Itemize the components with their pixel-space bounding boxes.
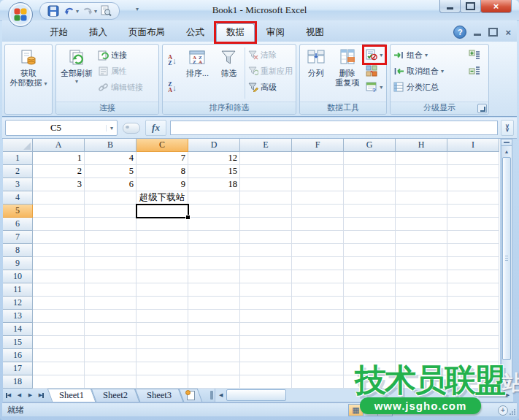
cell-C11[interactable] xyxy=(137,283,188,297)
cell-A17[interactable] xyxy=(33,362,85,375)
cell-I12[interactable] xyxy=(447,297,499,310)
cell-A6[interactable] xyxy=(33,218,85,231)
cell-E5[interactable] xyxy=(240,205,292,218)
first-sheet-button[interactable]: ◀ xyxy=(3,389,14,402)
horizontal-scrollbar[interactable]: ◀ ▶ xyxy=(215,389,513,402)
cell-A9[interactable] xyxy=(33,257,85,270)
cell-D18[interactable] xyxy=(188,375,240,389)
cell-F2[interactable] xyxy=(292,165,344,178)
cell-F18[interactable] xyxy=(292,375,344,389)
cell-C5[interactable] xyxy=(137,205,188,218)
subtotal-button[interactable]: 分类汇总 xyxy=(392,79,465,95)
cell-C10[interactable] xyxy=(137,270,188,283)
row-header-15[interactable]: 15 xyxy=(3,336,33,349)
cell-A8[interactable] xyxy=(33,244,85,257)
cell-F15[interactable] xyxy=(292,336,344,349)
row-header-14[interactable]: 14 xyxy=(3,323,33,336)
cell-I6[interactable] xyxy=(447,218,499,231)
column-header-F[interactable]: F xyxy=(292,139,344,152)
cell-G10[interactable] xyxy=(344,270,396,283)
cell-I4[interactable] xyxy=(447,191,499,205)
cell-B11[interactable] xyxy=(85,283,137,297)
qat-customize-button[interactable]: ▾ xyxy=(136,6,139,12)
cell-C13[interactable] xyxy=(137,310,188,323)
cell-A12[interactable] xyxy=(33,297,85,310)
vertical-split-handle[interactable] xyxy=(501,140,512,146)
cell-E3[interactable] xyxy=(240,178,292,191)
cell-B3[interactable]: 6 xyxy=(85,178,137,191)
cell-D3[interactable]: 18 xyxy=(188,178,240,191)
cell-G13[interactable] xyxy=(344,310,396,323)
remove-duplicates-button[interactable]: 删除 重复项 xyxy=(331,45,364,101)
data-validation-button[interactable]: ▾ xyxy=(364,47,385,63)
row-header-17[interactable]: 17 xyxy=(3,362,33,375)
cell-B12[interactable] xyxy=(85,297,137,310)
cell-A1[interactable]: 1 xyxy=(33,152,85,165)
cell-C12[interactable] xyxy=(137,297,188,310)
cell-A7[interactable] xyxy=(33,231,85,244)
cell-D7[interactable] xyxy=(188,231,240,244)
cell-I15[interactable] xyxy=(447,336,499,349)
cell-E11[interactable] xyxy=(240,283,292,297)
cell-H7[interactable] xyxy=(396,231,447,244)
properties-button[interactable]: 属性 xyxy=(96,63,145,79)
row-header-6[interactable]: 6 xyxy=(3,218,33,231)
cell-G2[interactable] xyxy=(344,165,396,178)
hscroll-right-button[interactable]: ▶ xyxy=(502,389,513,402)
cell-H1[interactable] xyxy=(396,152,447,165)
scroll-up-button[interactable]: ▲ xyxy=(501,146,512,156)
cell-E15[interactable] xyxy=(240,336,292,349)
cell-B13[interactable] xyxy=(85,310,137,323)
cell-B17[interactable] xyxy=(85,362,137,375)
sheet-tab-Sheet3[interactable]: Sheet3 xyxy=(137,389,181,402)
row-header-1[interactable]: 1 xyxy=(3,152,33,165)
cell-D8[interactable] xyxy=(188,244,240,257)
insert-function-button[interactable]: fx xyxy=(145,120,166,136)
cell-H2[interactable] xyxy=(396,165,447,178)
save-button[interactable] xyxy=(46,4,61,18)
cell-B9[interactable] xyxy=(85,257,137,270)
scroll-down-button[interactable]: ▼ xyxy=(501,378,512,388)
sort-ascending-button[interactable]: A Z ↓ xyxy=(164,52,180,69)
cell-A2[interactable]: 2 xyxy=(33,165,85,178)
cell-I14[interactable] xyxy=(447,323,499,336)
cell-F6[interactable] xyxy=(292,218,344,231)
cell-I2[interactable] xyxy=(447,165,499,178)
cell-G4[interactable] xyxy=(344,191,396,205)
cell-D6[interactable] xyxy=(188,218,240,231)
select-all-corner[interactable] xyxy=(3,139,33,152)
cell-E8[interactable] xyxy=(240,244,292,257)
cell-C1[interactable]: 7 xyxy=(137,152,188,165)
cell-F16[interactable] xyxy=(292,349,344,362)
insert-worksheet-button[interactable] xyxy=(181,389,200,402)
row-header-3[interactable]: 3 xyxy=(3,178,33,191)
cell-G11[interactable] xyxy=(344,283,396,297)
cell-B2[interactable]: 5 xyxy=(85,165,137,178)
cell-D13[interactable] xyxy=(188,310,240,323)
cell-A3[interactable]: 3 xyxy=(33,178,85,191)
advanced-filter-button[interactable]: 高级 xyxy=(247,79,294,95)
cell-G7[interactable] xyxy=(344,231,396,244)
resize-grip[interactable] xyxy=(509,408,516,416)
cell-B16[interactable] xyxy=(85,349,137,362)
cell-G17[interactable] xyxy=(344,362,396,375)
cell-A18[interactable] xyxy=(33,375,85,389)
name-box[interactable]: C5 ▾ xyxy=(5,120,118,136)
window-restore-button[interactable] xyxy=(460,0,481,13)
cell-E16[interactable] xyxy=(240,349,292,362)
cell-C6[interactable] xyxy=(137,218,188,231)
cell-E13[interactable] xyxy=(240,310,292,323)
cell-C15[interactable] xyxy=(137,336,188,349)
hscroll-left-button[interactable]: ◀ xyxy=(215,389,226,402)
cell-I16[interactable] xyxy=(447,349,499,362)
view-normal-button[interactable]: ▦ xyxy=(348,404,364,416)
cell-B10[interactable] xyxy=(85,270,137,283)
cell-H14[interactable] xyxy=(396,323,447,336)
tab-页面布局[interactable]: 页面布局 xyxy=(119,24,174,42)
cell-A15[interactable] xyxy=(33,336,85,349)
cell-A5[interactable] xyxy=(33,205,85,218)
name-box-dropdown[interactable]: ▾ xyxy=(106,125,117,131)
cell-A4[interactable] xyxy=(33,191,85,205)
row-header-16[interactable]: 16 xyxy=(3,349,33,362)
tab-插入[interactable]: 插入 xyxy=(80,24,117,42)
